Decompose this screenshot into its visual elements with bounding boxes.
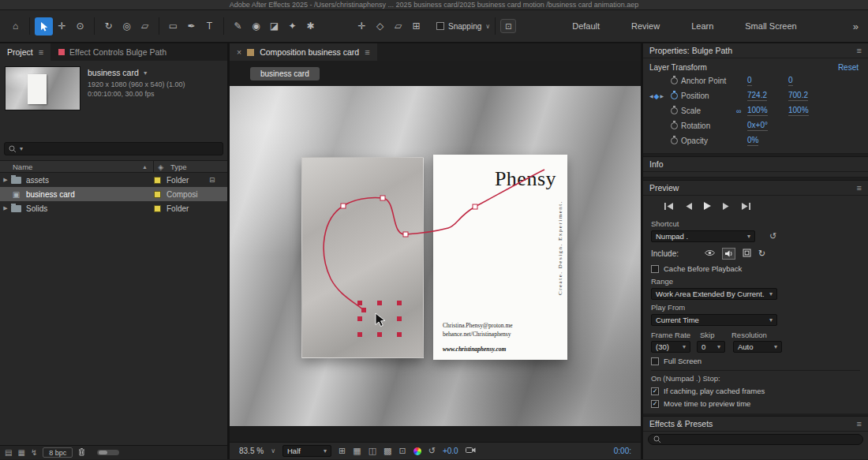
channel-color-wheel-icon[interactable] (413, 447, 421, 455)
full-screen-row[interactable]: Full Screen (651, 357, 860, 365)
chevron-down-icon[interactable]: ▼ (143, 70, 148, 76)
grid-guides-icon[interactable]: ⊞ (339, 446, 346, 456)
rotation-tool[interactable]: ↻ (99, 17, 118, 36)
stopwatch-icon[interactable] (671, 122, 678, 129)
snap-options-icon[interactable]: ⊡ (500, 19, 516, 33)
thumbnail-size-slider[interactable] (97, 450, 119, 455)
pen-tool[interactable]: ✒ (182, 17, 200, 36)
grid-mode-icon[interactable]: ⊞ (407, 17, 425, 36)
search-options-chevron-icon[interactable]: ▾ (20, 145, 23, 152)
tab-project[interactable]: Project ≡ (0, 43, 51, 61)
column-name[interactable]: Name (13, 163, 142, 171)
full-screen-checkbox[interactable] (651, 357, 659, 365)
anchor-x-value[interactable]: 0 (747, 76, 752, 86)
cache-before-playback-checkbox[interactable] (651, 265, 659, 273)
link-dimensions-icon[interactable]: ∞ (736, 107, 747, 115)
composition-breadcrumb-button[interactable]: business card (250, 67, 320, 80)
shape-mode-icon[interactable]: ▱ (389, 17, 407, 36)
path-vertices[interactable] (341, 196, 477, 237)
rulers-icon[interactable]: ▦ (353, 446, 361, 456)
label-color-chip[interactable] (154, 191, 161, 198)
opacity-value[interactable]: 0% (747, 136, 758, 146)
label-color-chip[interactable] (154, 205, 161, 212)
project-row-assets[interactable]: ▶ assets Folder ⊟ (0, 173, 227, 187)
move-time-checkbox[interactable]: ✓ (651, 400, 659, 408)
transparency-grid-icon[interactable]: ▩ (383, 446, 391, 456)
position-x-value[interactable]: 724.2 (747, 91, 767, 101)
panel-menu-icon[interactable]: ≡ (39, 47, 43, 57)
project-thumbnail[interactable] (5, 66, 80, 110)
path-editor-overlay[interactable] (230, 86, 638, 426)
puppet-pin-tool[interactable]: ✱ (301, 17, 320, 36)
zoom-level[interactable]: 83.5 % (239, 447, 264, 455)
previous-frame-button[interactable] (684, 202, 693, 211)
label-color-chip[interactable] (154, 177, 161, 184)
axis-mode-icon[interactable]: ✛ (353, 17, 371, 36)
project-row-business-card[interactable]: ▣ business card Composi (0, 187, 227, 201)
current-timecode[interactable]: 0:00: (614, 447, 631, 455)
region-of-interest-icon[interactable]: ⊡ (398, 446, 406, 456)
last-frame-button[interactable] (741, 202, 751, 211)
clone-stamp-tool[interactable]: ◉ (247, 17, 265, 36)
pan-behind-tool[interactable]: ▱ (136, 17, 154, 36)
play-from-dropdown[interactable]: Current Time ▾ (651, 314, 777, 326)
bulge-path[interactable] (324, 170, 544, 310)
interpret-footage-icon[interactable]: ▤ (5, 448, 12, 457)
panel-menu-icon[interactable]: ≡ (365, 47, 369, 57)
workspace-learn[interactable]: Learn (691, 21, 713, 31)
tab-composition[interactable]: × Composition business card ≡ (230, 43, 377, 61)
stopwatch-icon[interactable] (671, 137, 678, 144)
position-y-value[interactable]: 700.2 (788, 91, 808, 101)
snapping-checkbox[interactable] (436, 22, 444, 30)
camera-tool[interactable]: ◎ (118, 17, 136, 36)
zoom-tool[interactable]: ⊙ (71, 17, 89, 36)
twirl-icon[interactable]: ▶ (0, 205, 11, 211)
hand-tool[interactable]: ✛ (53, 17, 71, 36)
column-type[interactable]: Type (170, 163, 187, 171)
rotation-value[interactable]: 0x+0° (747, 121, 768, 131)
shortcut-dropdown[interactable]: Numpad . ▾ (651, 230, 755, 242)
move-time-row[interactable]: ✓ Move time to preview time (651, 399, 860, 408)
sort-ascending-icon[interactable]: ▲ (142, 164, 153, 170)
range-dropdown[interactable]: Work Area Extended By Current... ▾ (651, 288, 777, 300)
composition-viewer[interactable]: Phensy Create. Design. Experiment. Chris… (230, 86, 641, 426)
project-row-solids[interactable]: ▶ Solids Folder (0, 201, 227, 215)
skip-dropdown[interactable]: 0 ▾ (697, 341, 725, 353)
selected-vertex[interactable] (361, 308, 366, 312)
cache-before-playback-row[interactable]: Cache Before Playback (651, 264, 860, 273)
tab-effect-controls[interactable]: Effect Controls Bulge Path (51, 43, 174, 61)
reset-shortcut-icon[interactable]: ↺ (769, 231, 776, 241)
bit-depth-button[interactable]: 8 bpc (43, 447, 73, 458)
mask-visibility-icon[interactable]: ◫ (369, 446, 376, 456)
include-video-icon[interactable] (705, 249, 715, 258)
brush-tool[interactable]: ✎ (229, 17, 247, 36)
roto-brush-tool[interactable]: ✦ (283, 17, 301, 36)
new-composition-icon[interactable]: ↯ (31, 448, 37, 457)
workspace-overflow-button[interactable]: » (853, 21, 859, 32)
scale-x-value[interactable]: 100% (747, 106, 768, 116)
anchor-y-value[interactable]: 0 (788, 76, 793, 86)
mask-mode-icon[interactable]: ◇ (371, 17, 389, 36)
preview-resolution-dropdown[interactable]: Auto ▾ (733, 341, 782, 353)
camera-icon[interactable] (466, 447, 476, 455)
shape-tool[interactable]: ▭ (164, 17, 182, 36)
chevron-down-icon[interactable]: ∨ (485, 23, 490, 30)
close-icon[interactable]: × (237, 47, 241, 57)
prev-keyframe-icon[interactable]: ◀ (649, 93, 653, 99)
selection-tool[interactable] (35, 17, 53, 36)
caching-row[interactable]: ✓ If caching, play cached frames (651, 387, 860, 395)
reset-exposure-icon[interactable]: ↺ (428, 446, 436, 456)
include-audio-icon[interactable] (722, 248, 735, 260)
workspace-small-screen[interactable]: Small Screen (745, 21, 796, 31)
panel-menu-icon[interactable]: ≡ (857, 419, 862, 428)
stopwatch-icon[interactable] (671, 92, 678, 99)
new-folder-icon[interactable]: ▦ (17, 448, 24, 457)
next-keyframe-icon[interactable]: ▶ (660, 93, 664, 99)
cache-loop-icon[interactable]: ↻ (758, 249, 765, 259)
twirl-icon[interactable]: ▶ (0, 177, 11, 183)
trash-icon[interactable] (78, 447, 85, 458)
workspace-default[interactable]: Default (572, 21, 600, 31)
stopwatch-icon[interactable] (671, 77, 678, 84)
type-tool[interactable]: T (200, 17, 219, 36)
scale-y-value[interactable]: 100% (788, 106, 809, 116)
